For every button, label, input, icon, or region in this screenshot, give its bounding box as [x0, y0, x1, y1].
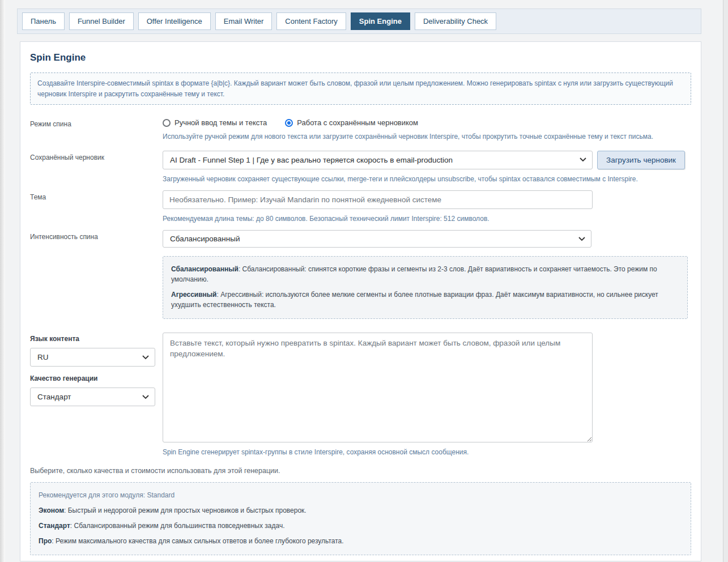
quality-select-value: Стандарт [37, 393, 71, 401]
tab-deliverability-check[interactable]: Deliverability Check [415, 12, 496, 30]
chevron-down-icon [578, 237, 585, 241]
subject-label: Тема [30, 190, 163, 224]
intensity-label: Интенсивность спина [30, 230, 163, 319]
tab-content-factory[interactable]: Content Factory [276, 12, 346, 30]
spin-engine-panel: Spin Engine Создавайте Interspire-совмес… [20, 41, 701, 561]
language-label: Язык контента [30, 335, 163, 343]
intensity-select-value: Сбалансированный [170, 235, 240, 243]
body-text-helper: Spin Engine сгенерирует spintax-группы в… [163, 448, 691, 457]
spin-mode-radio-group: Ручной ввод темы и текста Работа с сохра… [163, 117, 691, 127]
radio-saved-draft-mode-label: Работа с сохранённым черновиком [297, 118, 418, 127]
module-tabbar: Панель Funnel Builder Offer Intelligence… [17, 8, 701, 34]
language-select[interactable]: RU [30, 348, 155, 367]
tab-email-writer[interactable]: Email Writer [215, 12, 273, 30]
quality-recommendation: Рекомендуется для этого модуля: Standard [39, 490, 683, 500]
intensity-info-box: Сбалансированный: Сбалансированный: спин… [163, 256, 688, 319]
body-text-area[interactable] [163, 333, 593, 442]
tab-funnel-builder[interactable]: Funnel Builder [69, 12, 134, 30]
spin-mode-row: Режим спина Ручной ввод темы и текста Ра… [30, 117, 691, 142]
intensity-row: Интенсивность спина Сбалансированный Сба… [30, 230, 691, 319]
tab-spin-engine[interactable]: Spin Engine [351, 12, 410, 30]
saved-draft-select-value: AI Draft - Funnel Step 1 | Где у вас реа… [170, 156, 453, 164]
intensity-info-balanced: Сбалансированный: Сбалансированный: спин… [171, 264, 679, 284]
radio-manual-mode[interactable]: Ручной ввод темы и текста [163, 118, 267, 127]
chevron-down-icon [142, 355, 149, 360]
quality-label: Качество генерации [30, 374, 163, 382]
saved-draft-row: Сохранённый черновик AI Draft - Funnel S… [30, 151, 691, 184]
intensity-info-aggressive: Агрессивный: Агрессивный: используются б… [171, 289, 679, 310]
window-left-edge [0, 0, 5, 562]
side-options-column: Язык контента RU Качество генерации Стан… [30, 333, 163, 457]
subject-helper: Рекомендуемая длина темы: до 80 символов… [163, 214, 691, 224]
spin-mode-helper: Используйте ручной режим для нового текс… [163, 132, 691, 142]
chevron-down-icon [580, 157, 586, 162]
intro-note: Создавайте Interspire-совместимый spinta… [30, 73, 691, 105]
language-select-value: RU [37, 353, 49, 361]
page-scrollbar[interactable] [723, 0, 728, 562]
radio-saved-draft-mode[interactable]: Работа с сохранённым черновиком [285, 118, 418, 127]
page-title: Spin Engine [30, 52, 691, 63]
subject-input[interactable] [163, 190, 593, 209]
quality-section-intro: Выберите, сколько качества и стоимости и… [30, 467, 691, 475]
radio-checked-icon[interactable] [285, 119, 293, 127]
chevron-down-icon [142, 395, 149, 399]
quality-option-pro: Про: Режим максимального качества для са… [39, 536, 683, 546]
quality-option-standard: Стандарт: Сбалансированный режим для бол… [39, 521, 683, 531]
quality-select[interactable]: Стандарт [30, 388, 155, 406]
saved-draft-helper: Загруженный черновик сохраняет существую… [163, 174, 691, 184]
content-section: Язык контента RU Качество генерации Стан… [30, 333, 691, 457]
intensity-select[interactable]: Сбалансированный [163, 230, 591, 248]
radio-unchecked-icon[interactable] [163, 119, 171, 127]
spin-mode-label: Режим спина [30, 117, 163, 142]
quality-info-box: Рекомендуется для этого модуля: Standard… [30, 482, 691, 555]
tab-panel[interactable]: Панель [22, 12, 65, 30]
saved-draft-select[interactable]: AI Draft - Funnel Step 1 | Где у вас реа… [163, 151, 593, 169]
subject-row: Тема Рекомендуемая длина темы: до 80 сим… [30, 190, 691, 224]
load-draft-button[interactable]: Загрузить черновик [597, 151, 685, 169]
tab-offer-intelligence[interactable]: Offer Intelligence [138, 12, 211, 30]
intro-note-text: Создавайте Interspire-совместимый spinta… [37, 79, 673, 98]
radio-manual-mode-label: Ручной ввод темы и текста [174, 118, 267, 127]
saved-draft-label: Сохранённый черновик [30, 151, 163, 184]
quality-option-econom: Эконом: Быстрый и недорогой режим для пр… [39, 505, 683, 516]
